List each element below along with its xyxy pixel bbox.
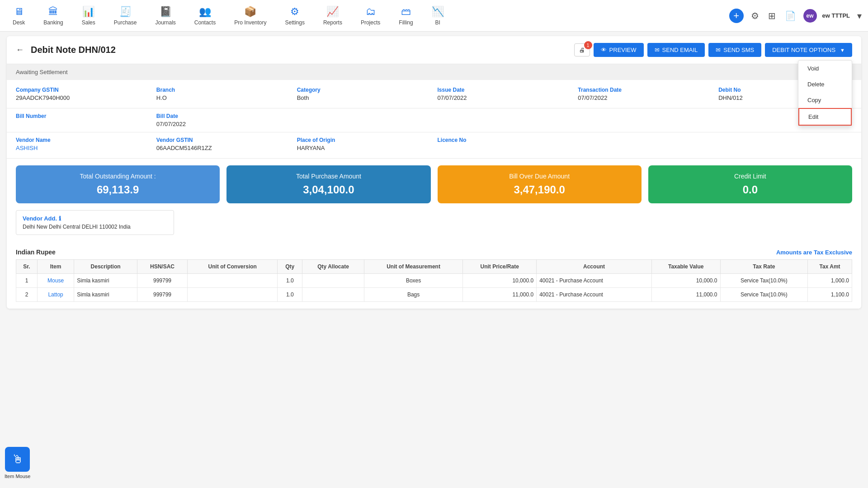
preview-button[interactable]: 👁 PREVIEW bbox=[594, 43, 644, 57]
cell-unit-price: 10,000.0 bbox=[463, 274, 537, 288]
vendor-gstin-label: Vendor GSTIN bbox=[156, 137, 290, 143]
bill-number-label: Bill Number bbox=[16, 113, 150, 119]
nav-item-contacts[interactable]: 👥 Contacts bbox=[186, 2, 224, 29]
nav-right: + ⚙ ⊞ 📄 ew ew TTTPL ▾ bbox=[729, 9, 863, 23]
vendor-address-link[interactable]: Vendor Add. ℹ bbox=[23, 215, 167, 222]
item-mouse-button[interactable]: 🖱 bbox=[5, 447, 30, 472]
send-sms-button[interactable]: ✉ SEND SMS bbox=[708, 43, 761, 57]
table-body: 1 Mouse Simla kasmiri 999799 1.0 Boxes 1… bbox=[16, 274, 852, 302]
cell-account: 40021 - Purchase Account bbox=[537, 288, 652, 302]
place-of-origin-label: Place of Origin bbox=[297, 137, 431, 143]
vendor-gstin-value: 06AADCM5146R1ZZ bbox=[156, 145, 290, 151]
nav-label-bi: BI bbox=[435, 19, 440, 26]
dropdown-edit[interactable]: Edit bbox=[798, 108, 852, 126]
field-company-gstin: Company GSTIN 29AADCK7940H000 bbox=[16, 87, 150, 101]
document-button[interactable]: 📄 bbox=[783, 9, 798, 23]
cell-qty-allocate bbox=[302, 274, 364, 288]
dropdown-delete[interactable]: Delete bbox=[798, 76, 852, 92]
bill-date-label: Bill Date bbox=[156, 113, 290, 119]
reports-icon: 📈 bbox=[326, 6, 339, 18]
form-section-row2: Bill Number Bill Date 07/07/2022 bbox=[7, 108, 861, 132]
nav-item-settings[interactable]: ⚙ Settings bbox=[277, 2, 313, 29]
nav-label-desk: Desk bbox=[13, 19, 25, 26]
bill-overdue-value: 3,47,190.0 bbox=[514, 183, 565, 196]
col-unit-price: Unit Price/Rate bbox=[463, 260, 537, 274]
licence-no-label: Licence No bbox=[438, 137, 571, 143]
settings-icon: ⚙ bbox=[290, 6, 299, 18]
field-issue-date: Issue Date 07/07/2022 bbox=[438, 87, 571, 101]
col-tax-rate: Tax Rate bbox=[720, 260, 808, 274]
branch-label: Branch bbox=[156, 87, 290, 93]
projects-icon: 🗂 bbox=[366, 6, 376, 18]
email-icon: ✉ bbox=[655, 47, 660, 53]
nav-item-reports[interactable]: 📈 Reports bbox=[315, 2, 350, 29]
cell-taxable-value: 11,000.0 bbox=[651, 288, 720, 302]
nav-item-desk[interactable]: 🖥 Desk bbox=[5, 2, 33, 29]
user-dropdown-button[interactable]: ▾ bbox=[855, 9, 863, 23]
card-total-purchase: Total Purchase Amount 3,04,100.0 bbox=[226, 165, 430, 203]
back-button[interactable]: ← bbox=[16, 45, 24, 55]
nav-item-filling[interactable]: 🗃 Filling bbox=[391, 2, 421, 29]
nav-item-banking[interactable]: 🏛 Banking bbox=[35, 2, 71, 29]
nav-items: 🖥 Desk 🏛 Banking 📊 Sales 🧾 Purchase 📓 Jo… bbox=[5, 2, 729, 29]
nav-label-banking: Banking bbox=[43, 19, 63, 26]
col-hsn-sac: HSN/SAC bbox=[137, 260, 187, 274]
col-taxable-value: Taxable Value bbox=[651, 260, 720, 274]
nav-item-journals[interactable]: 📓 Journals bbox=[147, 2, 184, 29]
credit-limit-label: Credit Limit bbox=[734, 173, 766, 180]
mouse-icon: 🖱 bbox=[12, 452, 24, 466]
debit-note-options-container: DEBIT NOTE OPTIONS ▼ Void Delete Copy Ed… bbox=[765, 43, 852, 57]
field-transaction-date: Transaction Date 07/07/2022 bbox=[578, 87, 712, 101]
cell-hsn-sac: 999799 bbox=[137, 288, 187, 302]
nav-item-pro-inventory[interactable]: 📦 Pro Inventory bbox=[226, 2, 274, 29]
transaction-date-label: Transaction Date bbox=[578, 87, 712, 93]
cell-item[interactable]: Lattop bbox=[37, 288, 74, 302]
company-gstin-value: 29AADCK7940H000 bbox=[16, 94, 150, 101]
cell-tax-amt: 1,100.0 bbox=[808, 288, 852, 302]
nav-item-bi[interactable]: 📉 BI bbox=[424, 2, 452, 29]
field-category: Category Both bbox=[297, 87, 431, 101]
pro-inventory-icon: 📦 bbox=[244, 6, 256, 18]
category-value: Both bbox=[297, 94, 431, 101]
amount-cards: Total Outstanding Amount : 69,113.9 Tota… bbox=[7, 159, 861, 210]
branch-value: H.O bbox=[156, 94, 290, 101]
cell-hsn-sac: 999799 bbox=[137, 274, 187, 288]
card-credit-limit: Credit Limit 0.0 bbox=[648, 165, 852, 203]
cell-item[interactable]: Mouse bbox=[37, 274, 74, 288]
col-unit-measurement: Unit of Measurement bbox=[364, 260, 462, 274]
user-label: ew TTTPL bbox=[822, 12, 850, 19]
nav-item-purchase[interactable]: 🧾 Purchase bbox=[106, 2, 145, 29]
nav-label-sales: Sales bbox=[82, 19, 95, 26]
cell-description: Simla kasmiri bbox=[74, 288, 137, 302]
debit-note-options-button[interactable]: DEBIT NOTE OPTIONS ▼ bbox=[765, 43, 852, 57]
cell-unit-measurement: Bags bbox=[364, 288, 462, 302]
main-content: ← Debit Note DHN/012 🖨 1 👁 PREVIEW ✉ SEN… bbox=[7, 36, 861, 309]
col-qty: Qty bbox=[278, 260, 302, 274]
field-bill-number: Bill Number bbox=[16, 113, 150, 127]
top-navigation: 🖥 Desk 🏛 Banking 📊 Sales 🧾 Purchase 📓 Jo… bbox=[0, 0, 868, 32]
vendor-address-text: Delhi New Delhi Central DELHI 110002 Ind… bbox=[23, 224, 167, 230]
nav-label-pro-inventory: Pro Inventory bbox=[234, 19, 266, 26]
col-description: Description bbox=[74, 260, 137, 274]
grid-button[interactable]: ⊞ bbox=[766, 9, 778, 23]
dropdown-copy[interactable]: Copy bbox=[798, 92, 852, 108]
add-button[interactable]: + bbox=[729, 9, 744, 23]
field-branch: Branch H.O bbox=[156, 87, 290, 101]
preview-icon: 👁 bbox=[601, 47, 607, 53]
print-button[interactable]: 🖨 1 bbox=[574, 43, 590, 56]
nav-item-projects[interactable]: 🗂 Projects bbox=[353, 2, 388, 29]
cell-description: Simla kasmiri bbox=[74, 274, 137, 288]
field-licence-no: Licence No bbox=[438, 137, 571, 151]
cell-unit-conversion bbox=[188, 288, 278, 302]
filling-icon: 🗃 bbox=[401, 6, 411, 18]
cell-tax-rate: Service Tax(10.0%) bbox=[720, 288, 808, 302]
table-row: 1 Mouse Simla kasmiri 999799 1.0 Boxes 1… bbox=[16, 274, 852, 288]
dropdown-void[interactable]: Void bbox=[798, 61, 852, 76]
vendor-name-value: ASHISH bbox=[16, 145, 150, 151]
line-items-table: Sr. Item Description HSN/SAC Unit of Con… bbox=[16, 259, 852, 302]
send-email-button[interactable]: ✉ SEND EMAIL bbox=[647, 43, 705, 57]
table-header-row: Indian Rupee Amounts are Tax Exclusive bbox=[16, 249, 852, 256]
nav-item-sales[interactable]: 📊 Sales bbox=[74, 2, 104, 29]
settings-gear-button[interactable]: ⚙ bbox=[749, 9, 761, 23]
cell-qty: 1.0 bbox=[278, 274, 302, 288]
